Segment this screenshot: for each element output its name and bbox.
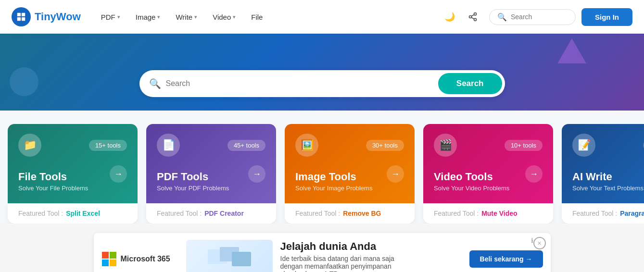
card-arrow-pdf-tools[interactable]: →: [248, 165, 265, 183]
sign-in-button[interactable]: Sign In: [581, 8, 632, 26]
ad-logo-row: Microsoft 365: [101, 251, 170, 267]
card-bottom-image-tools: Featured Tool : Remove BG: [285, 203, 415, 223]
card-badge-video-tools: 10+ tools: [505, 140, 543, 151]
card-subtitle-file-tools: Solve Your File Problems: [18, 185, 127, 192]
ad-info-icon[interactable]: ℹ: [531, 237, 533, 244]
card-badge-file-tools: 15+ tools: [89, 140, 127, 151]
hero-search-row: 🔍 Search: [139, 70, 505, 97]
featured-tool-file-tools[interactable]: Split Excel: [66, 210, 100, 217]
ad-image: [186, 240, 273, 272]
card-badge-pdf-tools: 45+ tools: [227, 140, 265, 151]
chevron-down-icon: ▾: [117, 14, 120, 20]
hero-decoration-circle: [10, 67, 38, 96]
card-arrow-image-tools[interactable]: →: [387, 165, 404, 183]
ad-title: Jelajah dunia Anda: [280, 240, 462, 253]
card-subtitle-ai-write: Solve Your Text Problems: [572, 185, 644, 192]
svg-line-8: [471, 14, 474, 16]
card-top-video-tools: 🎬 10+ tools Video Tools → Solve Your Vid…: [423, 124, 553, 203]
dark-mode-toggle[interactable]: 🌙: [441, 8, 458, 25]
ad-description: Ide terbaik bisa datang dari mana sajade…: [280, 255, 462, 272]
ad-logo-area: Microsoft 365: [101, 251, 178, 267]
featured-tool-ai-write[interactable]: Paragraph Writer: [620, 210, 644, 217]
svg-rect-10: [110, 252, 116, 259]
logo-icon: [12, 7, 31, 26]
ad-close-button[interactable]: ×: [533, 237, 546, 249]
card-subtitle-image-tools: Solve Your Image Problems: [295, 185, 404, 192]
svg-rect-1: [22, 13, 25, 16]
featured-label-file-tools: Featured Tool :: [18, 210, 63, 217]
nav-item-pdf[interactable]: PDF ▾: [94, 9, 127, 25]
nav-item-video[interactable]: Video ▾: [206, 9, 242, 25]
featured-tool-image-tools[interactable]: Remove BG: [343, 210, 381, 217]
card-bottom-pdf-tools: Featured Tool : PDF Creator: [146, 203, 276, 223]
svg-rect-11: [102, 260, 109, 266]
logo-text: TinyWow: [35, 11, 81, 23]
ad-banner: ℹ × Microsoft 365 Jelajah dunia Anda Ide…: [94, 233, 551, 272]
featured-tool-video-tools[interactable]: Mute Video: [481, 210, 517, 217]
hero-search-input[interactable]: [166, 79, 438, 88]
featured-label-pdf-tools: Featured Tool :: [157, 210, 202, 217]
card-icon-video-tools: 🎬: [434, 134, 457, 157]
card-bottom-video-tools: Featured Tool : Mute Video: [423, 203, 553, 223]
svg-line-7: [471, 17, 474, 19]
featured-label-ai-write: Featured Tool :: [572, 210, 617, 217]
card-arrow-file-tools[interactable]: →: [110, 165, 127, 183]
card-icon-pdf-tools: 📄: [157, 134, 180, 157]
nav-item-file[interactable]: File: [244, 9, 269, 25]
navbar-search-box[interactable]: 🔍: [489, 9, 576, 25]
share-icon[interactable]: [464, 8, 481, 25]
featured-tool-pdf-tools[interactable]: PDF Creator: [204, 210, 244, 217]
microsoft-logo-icon: [101, 251, 117, 267]
card-bottom-ai-write: Featured Tool : Paragraph Writer: [562, 203, 644, 223]
card-icon-file-tools: 📁: [18, 134, 41, 157]
card-pdf-tools: 📄 45+ tools PDF Tools → Solve Your PDF P…: [146, 124, 276, 223]
navbar-search-input[interactable]: [511, 13, 568, 21]
hero-search-button[interactable]: Search: [438, 73, 502, 94]
card-file-tools: 📁 15+ tools File Tools → Solve Your File…: [8, 124, 138, 223]
card-top-file-tools: 📁 15+ tools File Tools → Solve Your File…: [8, 124, 138, 203]
card-arrow-video-tools[interactable]: →: [525, 165, 543, 183]
card-title-ai-write: AI Write: [572, 171, 612, 183]
featured-label-image-tools: Featured Tool :: [295, 210, 340, 217]
card-title-image-tools: Image Tools: [295, 171, 356, 183]
card-top-image-tools: 🖼️ 30+ tools Image Tools → Solve Your Im…: [285, 124, 415, 203]
card-subtitle-video-tools: Solve Your Video Problems: [434, 185, 543, 192]
logo[interactable]: TinyWow: [12, 7, 81, 26]
card-subtitle-pdf-tools: Solve Your PDF Problems: [157, 185, 265, 192]
svg-rect-0: [17, 13, 21, 16]
cards-section: 📁 15+ tools File Tools → Solve Your File…: [0, 111, 644, 223]
card-image-tools: 🖼️ 30+ tools Image Tools → Solve Your Im…: [285, 124, 415, 223]
svg-rect-9: [102, 252, 109, 259]
hero-search-icon: 🔍: [149, 78, 161, 89]
card-icon-ai-write: 📝: [572, 134, 595, 157]
card-title-video-tools: Video Tools: [434, 171, 493, 183]
hero-section: 🔍 Search: [0, 34, 644, 111]
card-bottom-file-tools: Featured Tool : Split Excel: [8, 203, 138, 223]
nav-items: PDF ▾ Image ▾ Write ▾ Video ▾ File: [94, 9, 441, 25]
chevron-down-icon: ▾: [194, 14, 197, 20]
card-ai-write: 📝 10+ tools AI Write → Solve Your Text P…: [562, 124, 644, 223]
ad-brand-name: Microsoft 365: [121, 255, 170, 263]
svg-rect-3: [22, 17, 25, 21]
svg-rect-2: [17, 17, 21, 21]
hero-decoration-triangle: [557, 38, 586, 63]
ad-text-area: Jelajah dunia Anda Ide terbaik bisa data…: [280, 240, 462, 272]
card-video-tools: 🎬 10+ tools Video Tools → Solve Your Vid…: [423, 124, 553, 223]
card-badge-image-tools: 30+ tools: [366, 140, 404, 151]
nav-item-write[interactable]: Write ▾: [169, 9, 204, 25]
search-icon: 🔍: [497, 12, 507, 22]
card-title-pdf-tools: PDF Tools: [157, 171, 208, 183]
card-top-pdf-tools: 📄 45+ tools PDF Tools → Solve Your PDF P…: [146, 124, 276, 203]
nav-item-image[interactable]: Image ▾: [129, 9, 167, 25]
card-icon-image-tools: 🖼️: [295, 134, 318, 157]
navbar: TinyWow PDF ▾ Image ▾ Write ▾ Video ▾ Fi…: [0, 0, 644, 34]
ad-cta-button[interactable]: Beli sekarang →: [469, 250, 543, 268]
card-title-file-tools: File Tools: [18, 171, 67, 183]
card-top-ai-write: 📝 10+ tools AI Write → Solve Your Text P…: [562, 124, 644, 203]
nav-icons: 🌙: [441, 8, 481, 25]
svg-rect-12: [110, 260, 116, 266]
chevron-down-icon: ▾: [157, 14, 160, 20]
featured-label-video-tools: Featured Tool :: [434, 210, 479, 217]
svg-rect-15: [232, 252, 251, 266]
chevron-down-icon: ▾: [233, 14, 236, 20]
